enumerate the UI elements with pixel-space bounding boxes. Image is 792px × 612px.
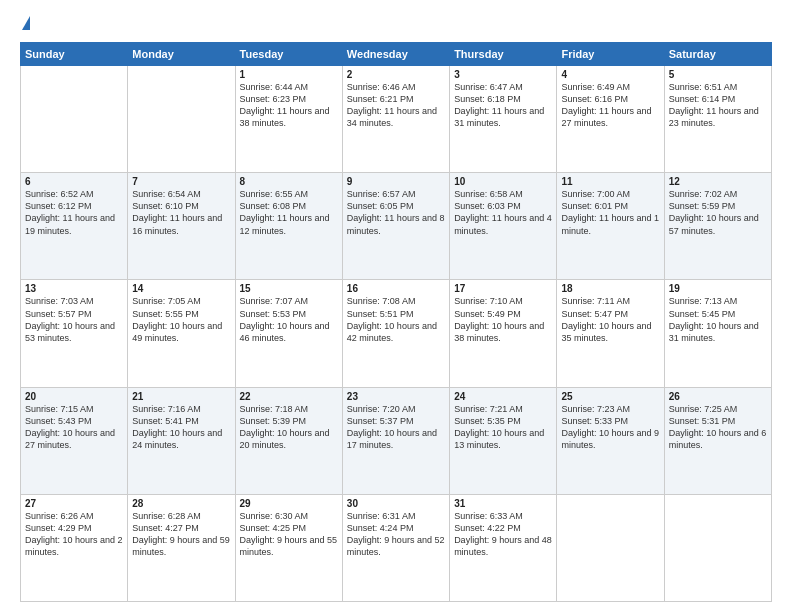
calendar-cell xyxy=(664,494,771,601)
calendar-cell: 18Sunrise: 7:11 AM Sunset: 5:47 PM Dayli… xyxy=(557,280,664,387)
day-of-week-header: Sunday xyxy=(21,43,128,66)
day-number: 8 xyxy=(240,176,338,187)
day-info: Sunrise: 6:30 AM Sunset: 4:25 PM Dayligh… xyxy=(240,510,338,559)
calendar-cell: 6Sunrise: 6:52 AM Sunset: 6:12 PM Daylig… xyxy=(21,173,128,280)
calendar-cell xyxy=(557,494,664,601)
day-info: Sunrise: 7:07 AM Sunset: 5:53 PM Dayligh… xyxy=(240,295,338,344)
day-number: 22 xyxy=(240,391,338,402)
calendar-cell: 25Sunrise: 7:23 AM Sunset: 5:33 PM Dayli… xyxy=(557,387,664,494)
calendar-week-row: 6Sunrise: 6:52 AM Sunset: 6:12 PM Daylig… xyxy=(21,173,772,280)
calendar-cell: 13Sunrise: 7:03 AM Sunset: 5:57 PM Dayli… xyxy=(21,280,128,387)
day-info: Sunrise: 6:28 AM Sunset: 4:27 PM Dayligh… xyxy=(132,510,230,559)
day-info: Sunrise: 7:00 AM Sunset: 6:01 PM Dayligh… xyxy=(561,188,659,237)
day-info: Sunrise: 7:11 AM Sunset: 5:47 PM Dayligh… xyxy=(561,295,659,344)
day-info: Sunrise: 6:51 AM Sunset: 6:14 PM Dayligh… xyxy=(669,81,767,130)
day-number: 3 xyxy=(454,69,552,80)
calendar-cell: 19Sunrise: 7:13 AM Sunset: 5:45 PM Dayli… xyxy=(664,280,771,387)
calendar-cell: 15Sunrise: 7:07 AM Sunset: 5:53 PM Dayli… xyxy=(235,280,342,387)
day-number: 21 xyxy=(132,391,230,402)
calendar-cell: 12Sunrise: 7:02 AM Sunset: 5:59 PM Dayli… xyxy=(664,173,771,280)
day-number: 5 xyxy=(669,69,767,80)
logo-triangle-icon xyxy=(22,16,30,30)
day-number: 26 xyxy=(669,391,767,402)
day-number: 14 xyxy=(132,283,230,294)
calendar-cell: 21Sunrise: 7:16 AM Sunset: 5:41 PM Dayli… xyxy=(128,387,235,494)
calendar-cell: 20Sunrise: 7:15 AM Sunset: 5:43 PM Dayli… xyxy=(21,387,128,494)
day-number: 10 xyxy=(454,176,552,187)
day-info: Sunrise: 7:13 AM Sunset: 5:45 PM Dayligh… xyxy=(669,295,767,344)
day-number: 15 xyxy=(240,283,338,294)
calendar-cell: 23Sunrise: 7:20 AM Sunset: 5:37 PM Dayli… xyxy=(342,387,449,494)
day-info: Sunrise: 7:02 AM Sunset: 5:59 PM Dayligh… xyxy=(669,188,767,237)
calendar-cell: 7Sunrise: 6:54 AM Sunset: 6:10 PM Daylig… xyxy=(128,173,235,280)
day-number: 28 xyxy=(132,498,230,509)
day-info: Sunrise: 7:08 AM Sunset: 5:51 PM Dayligh… xyxy=(347,295,445,344)
day-number: 17 xyxy=(454,283,552,294)
calendar-cell: 11Sunrise: 7:00 AM Sunset: 6:01 PM Dayli… xyxy=(557,173,664,280)
calendar-cell: 26Sunrise: 7:25 AM Sunset: 5:31 PM Dayli… xyxy=(664,387,771,494)
logo xyxy=(20,16,30,32)
day-number: 12 xyxy=(669,176,767,187)
day-number: 2 xyxy=(347,69,445,80)
calendar-cell: 24Sunrise: 7:21 AM Sunset: 5:35 PM Dayli… xyxy=(450,387,557,494)
day-info: Sunrise: 6:54 AM Sunset: 6:10 PM Dayligh… xyxy=(132,188,230,237)
calendar-cell: 9Sunrise: 6:57 AM Sunset: 6:05 PM Daylig… xyxy=(342,173,449,280)
day-info: Sunrise: 7:20 AM Sunset: 5:37 PM Dayligh… xyxy=(347,403,445,452)
calendar-cell: 22Sunrise: 7:18 AM Sunset: 5:39 PM Dayli… xyxy=(235,387,342,494)
day-number: 18 xyxy=(561,283,659,294)
day-number: 4 xyxy=(561,69,659,80)
calendar-cell: 14Sunrise: 7:05 AM Sunset: 5:55 PM Dayli… xyxy=(128,280,235,387)
day-info: Sunrise: 6:26 AM Sunset: 4:29 PM Dayligh… xyxy=(25,510,123,559)
header xyxy=(20,16,772,32)
day-number: 1 xyxy=(240,69,338,80)
day-number: 9 xyxy=(347,176,445,187)
calendar-header-row: SundayMondayTuesdayWednesdayThursdayFrid… xyxy=(21,43,772,66)
day-number: 20 xyxy=(25,391,123,402)
day-number: 27 xyxy=(25,498,123,509)
day-info: Sunrise: 7:23 AM Sunset: 5:33 PM Dayligh… xyxy=(561,403,659,452)
day-info: Sunrise: 7:18 AM Sunset: 5:39 PM Dayligh… xyxy=(240,403,338,452)
day-number: 11 xyxy=(561,176,659,187)
day-info: Sunrise: 6:33 AM Sunset: 4:22 PM Dayligh… xyxy=(454,510,552,559)
day-info: Sunrise: 6:31 AM Sunset: 4:24 PM Dayligh… xyxy=(347,510,445,559)
day-of-week-header: Wednesday xyxy=(342,43,449,66)
day-of-week-header: Monday xyxy=(128,43,235,66)
calendar-cell: 28Sunrise: 6:28 AM Sunset: 4:27 PM Dayli… xyxy=(128,494,235,601)
calendar-cell: 4Sunrise: 6:49 AM Sunset: 6:16 PM Daylig… xyxy=(557,66,664,173)
calendar-cell: 2Sunrise: 6:46 AM Sunset: 6:21 PM Daylig… xyxy=(342,66,449,173)
calendar-week-row: 27Sunrise: 6:26 AM Sunset: 4:29 PM Dayli… xyxy=(21,494,772,601)
day-of-week-header: Friday xyxy=(557,43,664,66)
day-of-week-header: Saturday xyxy=(664,43,771,66)
day-info: Sunrise: 6:57 AM Sunset: 6:05 PM Dayligh… xyxy=(347,188,445,237)
day-info: Sunrise: 7:25 AM Sunset: 5:31 PM Dayligh… xyxy=(669,403,767,452)
day-info: Sunrise: 7:03 AM Sunset: 5:57 PM Dayligh… xyxy=(25,295,123,344)
day-info: Sunrise: 6:46 AM Sunset: 6:21 PM Dayligh… xyxy=(347,81,445,130)
calendar-cell: 5Sunrise: 6:51 AM Sunset: 6:14 PM Daylig… xyxy=(664,66,771,173)
calendar-week-row: 1Sunrise: 6:44 AM Sunset: 6:23 PM Daylig… xyxy=(21,66,772,173)
calendar-cell: 29Sunrise: 6:30 AM Sunset: 4:25 PM Dayli… xyxy=(235,494,342,601)
calendar-cell xyxy=(128,66,235,173)
day-number: 13 xyxy=(25,283,123,294)
calendar-cell: 17Sunrise: 7:10 AM Sunset: 5:49 PM Dayli… xyxy=(450,280,557,387)
day-number: 24 xyxy=(454,391,552,402)
day-of-week-header: Thursday xyxy=(450,43,557,66)
day-info: Sunrise: 7:15 AM Sunset: 5:43 PM Dayligh… xyxy=(25,403,123,452)
day-number: 7 xyxy=(132,176,230,187)
calendar-cell: 27Sunrise: 6:26 AM Sunset: 4:29 PM Dayli… xyxy=(21,494,128,601)
day-info: Sunrise: 7:21 AM Sunset: 5:35 PM Dayligh… xyxy=(454,403,552,452)
calendar-week-row: 20Sunrise: 7:15 AM Sunset: 5:43 PM Dayli… xyxy=(21,387,772,494)
calendar: SundayMondayTuesdayWednesdayThursdayFrid… xyxy=(20,42,772,602)
day-info: Sunrise: 6:58 AM Sunset: 6:03 PM Dayligh… xyxy=(454,188,552,237)
day-number: 31 xyxy=(454,498,552,509)
day-info: Sunrise: 7:05 AM Sunset: 5:55 PM Dayligh… xyxy=(132,295,230,344)
day-info: Sunrise: 7:10 AM Sunset: 5:49 PM Dayligh… xyxy=(454,295,552,344)
day-info: Sunrise: 6:55 AM Sunset: 6:08 PM Dayligh… xyxy=(240,188,338,237)
calendar-cell xyxy=(21,66,128,173)
day-info: Sunrise: 6:47 AM Sunset: 6:18 PM Dayligh… xyxy=(454,81,552,130)
day-number: 6 xyxy=(25,176,123,187)
day-of-week-header: Tuesday xyxy=(235,43,342,66)
calendar-cell: 3Sunrise: 6:47 AM Sunset: 6:18 PM Daylig… xyxy=(450,66,557,173)
calendar-week-row: 13Sunrise: 7:03 AM Sunset: 5:57 PM Dayli… xyxy=(21,280,772,387)
calendar-cell: 8Sunrise: 6:55 AM Sunset: 6:08 PM Daylig… xyxy=(235,173,342,280)
calendar-cell: 1Sunrise: 6:44 AM Sunset: 6:23 PM Daylig… xyxy=(235,66,342,173)
